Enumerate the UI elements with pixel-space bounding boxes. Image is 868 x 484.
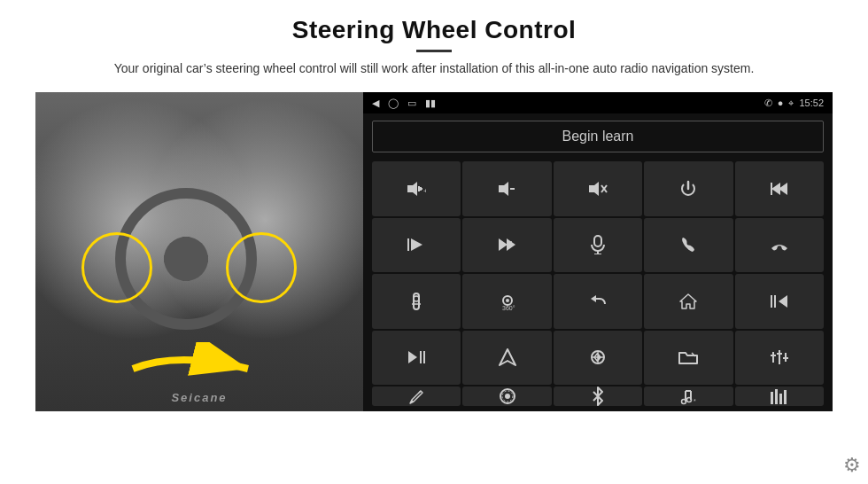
- steering-wheel-center: [164, 237, 208, 281]
- status-bar: ◀ ◯ ▭ ▮▮ ✆ ● ⌖ 15:52: [363, 92, 833, 113]
- svg-text:*: *: [694, 398, 696, 404]
- yellow-circle-right: [226, 232, 297, 303]
- car-image: Seicane: [35, 92, 363, 411]
- location-icon: ●: [778, 98, 784, 108]
- brightness-button[interactable]: [372, 274, 461, 329]
- svg-rect-13: [771, 183, 772, 195]
- svg-text:360°: 360°: [502, 305, 515, 311]
- prev-skip-button[interactable]: [735, 161, 824, 216]
- skip-back-button[interactable]: [735, 274, 824, 329]
- audio-bars-button[interactable]: [735, 386, 824, 406]
- mute-button[interactable]: [554, 161, 642, 216]
- svg-point-26: [506, 299, 509, 302]
- begin-learn-row: Begin learn: [363, 113, 833, 160]
- home-icon[interactable]: ◯: [388, 98, 399, 109]
- svg-marker-30: [779, 295, 787, 308]
- content-area: Seicane ◀ ◯ ▭ ▮▮ ✆ ● ⌖ 15:52: [35, 92, 833, 411]
- subtitle-text: Your original car’s steering wheel contr…: [114, 59, 755, 78]
- begin-learn-button[interactable]: Begin learn: [372, 121, 824, 152]
- content-wrapper: Steering Wheel Control Your original car…: [0, 0, 868, 484]
- svg-marker-17: [507, 238, 515, 251]
- volume-up-button[interactable]: +: [372, 161, 461, 216]
- svg-point-56: [682, 400, 686, 404]
- swap-button[interactable]: [554, 331, 642, 386]
- svg-rect-32: [774, 295, 776, 308]
- status-bar-right: ✆ ● ⌖ 15:52: [764, 98, 824, 109]
- svg-rect-61: [779, 394, 782, 404]
- fast-forward-button[interactable]: [462, 218, 551, 273]
- page-title: Steering Wheel Control: [114, 16, 755, 44]
- page-wrapper: Steering Wheel Control Your original car…: [0, 0, 868, 484]
- svg-rect-60: [775, 389, 778, 404]
- circle-play-button[interactable]: [462, 386, 551, 406]
- back-button[interactable]: [554, 274, 642, 329]
- phone-hang-button[interactable]: [735, 218, 824, 273]
- bluetooth-button[interactable]: [554, 386, 642, 406]
- phone-status-icon: ✆: [764, 98, 772, 109]
- equalizer-button[interactable]: [735, 331, 824, 386]
- svg-point-57: [687, 398, 692, 402]
- navigation-button[interactable]: [462, 331, 551, 386]
- svg-marker-6: [499, 182, 508, 196]
- volume-down-button[interactable]: [462, 161, 551, 216]
- play-button[interactable]: [372, 218, 461, 273]
- signal-icon: ▮▮: [425, 98, 436, 109]
- svg-rect-34: [420, 351, 422, 363]
- 360-view-button[interactable]: 360°: [462, 274, 551, 329]
- skip-forward-button[interactable]: [372, 331, 461, 386]
- wifi-icon: ⌖: [788, 98, 794, 109]
- svg-rect-62: [784, 390, 787, 404]
- title-section: Steering Wheel Control Your original car…: [114, 16, 755, 78]
- svg-marker-16: [499, 238, 508, 251]
- arrow-svg: [124, 342, 266, 395]
- home-button[interactable]: [644, 274, 732, 329]
- svg-rect-14: [407, 238, 409, 251]
- power-button[interactable]: [644, 161, 732, 216]
- svg-marker-8: [589, 182, 599, 196]
- svg-marker-29: [680, 294, 696, 308]
- control-button-grid: +: [363, 160, 833, 411]
- back-nav-icon[interactable]: ◀: [372, 98, 379, 109]
- svg-rect-31: [771, 295, 772, 308]
- pen-button[interactable]: [372, 386, 461, 406]
- recent-icon[interactable]: ▭: [407, 98, 416, 109]
- music-button[interactable]: *: [644, 386, 732, 406]
- head-unit-screen: ◀ ◯ ▭ ▮▮ ✆ ● ⌖ 15:52 Begin learn: [363, 92, 833, 411]
- phone-pick-button[interactable]: [644, 218, 732, 273]
- title-divider: [416, 50, 452, 52]
- svg-marker-1: [407, 182, 417, 196]
- svg-text:+: +: [423, 187, 426, 195]
- folder-button[interactable]: [644, 331, 732, 386]
- svg-marker-33: [408, 351, 417, 363]
- svg-rect-35: [423, 351, 425, 363]
- svg-rect-59: [771, 392, 773, 404]
- microphone-button[interactable]: [554, 218, 642, 273]
- svg-marker-36: [500, 349, 515, 365]
- svg-line-48: [419, 391, 421, 393]
- seicane-watermark: Seicane: [171, 391, 227, 404]
- svg-point-51: [505, 394, 510, 399]
- gear-settings-icon[interactable]: ⚙: [843, 454, 861, 477]
- yellow-circle-left: [81, 232, 152, 303]
- time-display: 15:52: [799, 98, 824, 108]
- status-bar-left: ◀ ◯ ▭ ▮▮: [372, 98, 436, 109]
- svg-marker-15: [411, 238, 422, 251]
- svg-rect-19: [594, 236, 601, 246]
- svg-marker-28: [591, 295, 596, 302]
